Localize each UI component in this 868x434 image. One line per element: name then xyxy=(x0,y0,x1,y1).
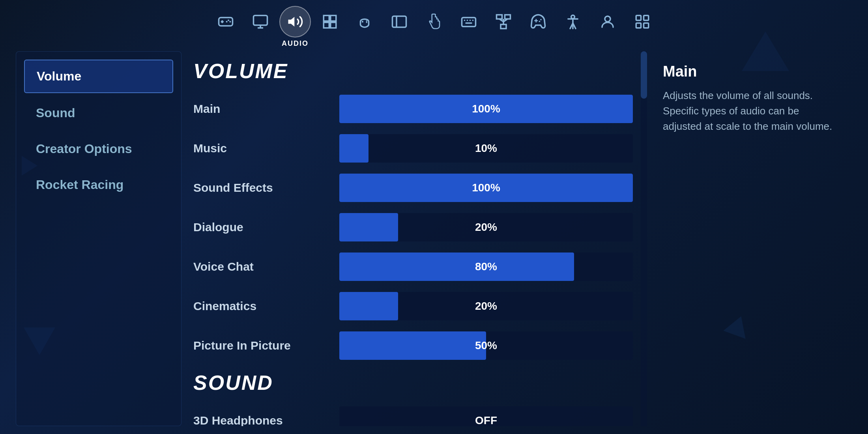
setting-row-voice-chat: Voice Chat 80% xyxy=(193,253,633,281)
info-description: Adjusts the volume of all sounds. Specif… xyxy=(663,88,836,134)
setting-label-main: Main xyxy=(193,102,327,116)
nav-tab-keyboard[interactable] xyxy=(453,6,485,37)
sidebar-item-sound[interactable]: Sound xyxy=(24,97,173,129)
svg-point-3 xyxy=(228,19,229,21)
volume-section-title: VOLUME xyxy=(193,59,633,83)
setting-row-main: Main 100% xyxy=(193,95,633,123)
slider-main[interactable]: 100% xyxy=(339,95,633,123)
slider-voice-chat[interactable]: 80% xyxy=(339,253,633,281)
setting-row-dialogue: Dialogue 20% xyxy=(193,213,633,241)
slider-pip[interactable]: 50% xyxy=(339,331,633,360)
scrollbar-thumb[interactable] xyxy=(641,51,647,99)
svg-rect-40 xyxy=(636,23,641,28)
svg-point-17 xyxy=(366,22,368,23)
sidebar-item-rocket-racing[interactable]: Rocket Racing xyxy=(24,169,173,201)
svg-rect-28 xyxy=(505,15,511,19)
svg-point-37 xyxy=(605,16,610,22)
svg-point-4 xyxy=(229,21,231,22)
nav-tab-network[interactable] xyxy=(488,6,519,37)
svg-point-34 xyxy=(540,19,542,21)
slider-music[interactable]: 10% xyxy=(339,134,633,163)
setting-label-dialogue: Dialogue xyxy=(193,221,327,234)
slider-value-sound-effects: 100% xyxy=(472,181,500,194)
info-panel: Main Adjusts the volume of all sounds. S… xyxy=(647,51,852,426)
setting-label-voice-chat: Voice Chat xyxy=(193,260,327,273)
nav-tab-accessibility[interactable] xyxy=(557,6,589,37)
nav-icon-list xyxy=(210,6,658,37)
content-area: VOLUME Main 100% Music 10% Sound Effect xyxy=(193,51,852,426)
svg-rect-38 xyxy=(636,15,641,20)
slider-value-voice-chat: 80% xyxy=(475,260,497,273)
svg-rect-18 xyxy=(393,16,406,27)
setting-row-3d-headphones: 3D Headphones OFF xyxy=(193,406,633,426)
setting-label-cinematics: Cinematics xyxy=(193,299,327,313)
svg-point-16 xyxy=(366,21,368,22)
nav-tab-window[interactable] xyxy=(383,6,415,37)
sidebar-item-volume[interactable]: Volume xyxy=(24,60,173,93)
svg-rect-20 xyxy=(462,18,476,27)
nav-tab-hud[interactable] xyxy=(314,6,346,37)
setting-label-music: Music xyxy=(193,142,327,155)
nav-tab-audio[interactable] xyxy=(279,6,311,37)
nav-tab-controller1[interactable] xyxy=(210,6,241,37)
nav-tab-gamepad[interactable] xyxy=(349,6,380,37)
slider-value-3d-headphones: OFF xyxy=(475,414,497,426)
sidebar: Volume Sound Creator Options Rocket Raci… xyxy=(16,51,181,426)
scrollbar-track[interactable] xyxy=(641,51,647,426)
slider-value-main: 100% xyxy=(472,103,500,115)
setting-label-3d-headphones: 3D Headphones xyxy=(193,414,327,426)
settings-panel[interactable]: VOLUME Main 100% Music 10% Sound Effect xyxy=(193,51,641,426)
nav-tab-display[interactable] xyxy=(245,6,276,37)
top-nav xyxy=(0,0,868,43)
main-layout: Volume Sound Creator Options Rocket Raci… xyxy=(0,43,868,434)
slider-value-pip: 50% xyxy=(475,339,497,352)
svg-rect-12 xyxy=(324,22,329,28)
svg-point-5 xyxy=(226,21,228,22)
nav-tab-controller2[interactable] xyxy=(522,6,554,37)
svg-rect-11 xyxy=(331,15,336,21)
nav-tab-account[interactable] xyxy=(592,6,623,37)
setting-row-sound-effects: Sound Effects 100% xyxy=(193,174,633,202)
setting-row-pip: Picture In Picture 50% xyxy=(193,331,633,360)
setting-row-cinematics: Cinematics 20% xyxy=(193,292,633,320)
slider-value-music: 10% xyxy=(475,142,497,155)
svg-rect-41 xyxy=(644,23,649,28)
setting-row-music: Music 10% xyxy=(193,134,633,163)
svg-rect-27 xyxy=(497,15,502,19)
svg-rect-10 xyxy=(324,15,329,21)
svg-rect-26 xyxy=(501,24,506,29)
slider-dialogue[interactable]: 20% xyxy=(339,213,633,241)
svg-rect-39 xyxy=(644,15,649,20)
setting-label-sound-effects: Sound Effects xyxy=(193,181,327,195)
svg-point-36 xyxy=(571,15,575,19)
nav-tab-extra[interactable] xyxy=(627,6,658,37)
sidebar-item-creator-options[interactable]: Creator Options xyxy=(24,133,173,165)
svg-rect-13 xyxy=(331,22,336,28)
slider-cinematics[interactable]: 20% xyxy=(339,292,633,320)
slider-value-cinematics: 20% xyxy=(475,300,497,312)
svg-rect-6 xyxy=(254,15,268,25)
slider-3d-headphones[interactable]: OFF xyxy=(339,406,633,426)
slider-value-dialogue: 20% xyxy=(475,221,497,234)
sound-section-title: SOUND xyxy=(193,371,633,395)
nav-tab-touch[interactable] xyxy=(418,6,450,37)
slider-sound-effects[interactable]: 100% xyxy=(339,174,633,202)
svg-marker-9 xyxy=(288,17,295,27)
svg-point-35 xyxy=(539,21,541,22)
setting-label-pip: Picture In Picture xyxy=(193,339,327,352)
